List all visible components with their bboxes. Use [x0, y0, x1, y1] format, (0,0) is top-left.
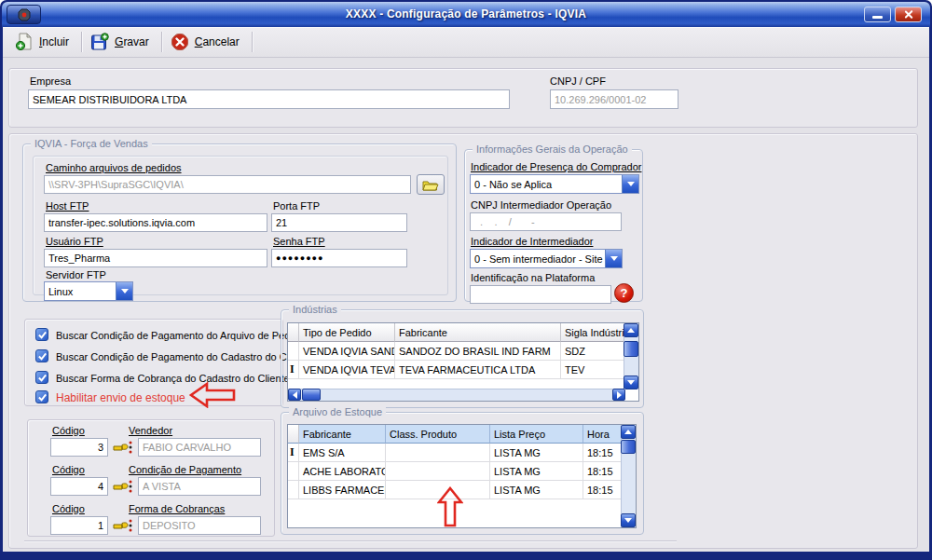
forma-cobrancas-input[interactable]	[138, 516, 261, 535]
close-icon	[903, 9, 913, 20]
servidor-ftp-label: Servidor FTP	[46, 269, 106, 280]
senha-ftp-input[interactable]	[271, 249, 407, 267]
vertical-scrollbar[interactable]	[624, 323, 638, 389]
industrias-grid: Tipo de Pedido Fabricante Sigla Indústri…	[287, 322, 639, 402]
cell-lista-preco: LISTA MG	[490, 444, 583, 462]
cell-tipo-pedido: VENDA IQVIA TEVA	[299, 361, 395, 379]
column-header[interactable]: Tipo de Pedido	[299, 323, 395, 342]
row-indicator	[288, 462, 299, 481]
industrias-legend: Indústrias	[289, 304, 341, 315]
incluir-button[interactable]: Incluir	[10, 30, 77, 54]
vertical-scrollbar[interactable]	[621, 425, 636, 527]
condicao-pagamento-label: Condição de Pagamento	[129, 464, 241, 475]
bottom-divider	[24, 540, 677, 542]
lookup-condicao-button[interactable]	[113, 479, 133, 498]
scroll-up-button[interactable]	[624, 323, 638, 337]
table-row[interactable]: I VENDA IQVIA TEVA TEVA FARMACEUTICA LTD…	[288, 361, 638, 379]
empresa-panel: Empresa CNPJ / CPF	[8, 68, 918, 128]
presenca-comprador-label: Indicador de Presença do Comprador	[471, 161, 641, 172]
presenca-comprador-select[interactable]: 0 - Não se Aplica	[470, 174, 639, 194]
close-button[interactable]	[895, 7, 922, 22]
cell-fabricante: SANDOZ DO BRASIL IND FARM	[395, 342, 561, 361]
cancelar-button[interactable]: Cancelar	[166, 30, 248, 54]
host-ftp-input[interactable]	[44, 213, 267, 232]
cnpj-cpf-input[interactable]	[550, 89, 678, 109]
checkbox-label: Buscar Condição de Pagamento do Cadastro…	[56, 351, 311, 362]
annotation-up-arrow-icon	[437, 486, 463, 527]
main-panel: IQVIA - Força de Vendas Caminho arquivos…	[8, 133, 918, 549]
lookup-hand-icon	[113, 440, 133, 457]
servidor-ftp-select[interactable]: Linux	[44, 281, 133, 301]
plataforma-input[interactable]	[470, 285, 611, 304]
table-row[interactable]: ACHE LABORATORIOS LISTA MG 18:15	[288, 462, 636, 481]
indicador-intermediador-select[interactable]: 0 - Sem intermediador - Site ou	[470, 249, 623, 268]
arquivo-estoque-grid: Fabricante Class. Produto Lista Preço Ho…	[287, 424, 637, 528]
scrollbar-thumb[interactable]	[624, 341, 638, 357]
gravar-button[interactable]: Gravar	[86, 30, 158, 54]
scroll-right-button[interactable]	[612, 389, 625, 401]
usuario-ftp-input[interactable]	[44, 249, 267, 267]
lookup-hand-icon	[113, 518, 133, 535]
scroll-down-button[interactable]	[624, 376, 638, 389]
column-header[interactable]: Fabricante	[299, 425, 386, 444]
lookup-panel: Código Vendedor Código Condição de Pagam…	[27, 419, 275, 537]
column-header[interactable]: Sigla Indústria	[561, 323, 625, 342]
cell-fabricante: EMS S/A	[299, 444, 386, 462]
cell-fabricante: TEVA FARMACEUTICA LTDA	[395, 361, 561, 379]
annotation-left-arrow-icon	[188, 382, 237, 408]
codigo-vendedor-input[interactable]	[50, 438, 108, 457]
minimize-button[interactable]	[864, 7, 891, 22]
checkbox-label: Buscar Condição de Pagamento do Arquivo …	[56, 330, 304, 341]
codigo-condicao-label: Código	[52, 464, 85, 475]
dropdown-arrow-icon[interactable]	[116, 282, 132, 300]
checkbox-buscar-condicao-cadastro[interactable]	[35, 349, 48, 362]
column-header[interactable]: Class. Produto	[386, 425, 490, 444]
lookup-vendedor-button[interactable]	[113, 440, 133, 458]
cnpj-cpf-label: CNPJ / CPF	[550, 75, 606, 87]
scroll-left-button[interactable]	[288, 389, 301, 401]
dropdown-arrow-icon[interactable]	[605, 250, 622, 267]
porta-ftp-label: Porta FTP	[273, 200, 320, 212]
window-title: XXXX - Configuração de Parâmetros - IQVI…	[2, 7, 930, 20]
column-header[interactable]: Lista Preço	[490, 425, 583, 444]
folder-open-icon	[422, 179, 439, 191]
empresa-input[interactable]	[28, 89, 510, 109]
cnpj-intermediador-input[interactable]	[470, 212, 622, 231]
cell-sigla: TEV	[561, 361, 625, 379]
cancelar-label: Cancelar	[195, 35, 240, 48]
dropdown-arrow-icon[interactable]	[622, 175, 638, 193]
lookup-cobranca-button[interactable]	[113, 518, 133, 537]
minimize-icon	[872, 16, 883, 19]
check-icon	[37, 373, 48, 383]
cnpj-intermediador-label: CNPJ Intermediador Operação	[471, 199, 611, 211]
scrollbar-thumb[interactable]	[621, 440, 636, 454]
row-indicator: I	[288, 444, 299, 462]
scroll-up-button[interactable]	[621, 425, 636, 439]
help-button[interactable]: ?	[614, 283, 634, 303]
scroll-down-button[interactable]	[621, 513, 636, 527]
indicador-intermediador-value: 0 - Sem intermediador - Site ou	[471, 250, 605, 267]
codigo-cobranca-input[interactable]	[50, 516, 108, 535]
arquivo-estoque-group: Arquivo de Estoque Fabricante Class. Pro…	[281, 412, 644, 535]
checkbox-habilitar-envio-estoque[interactable]	[35, 390, 48, 403]
info-operacao-group: Informações Gerais da Operação Indicador…	[464, 149, 643, 302]
codigo-condicao-input[interactable]	[50, 477, 108, 496]
horizontal-scrollbar[interactable]	[288, 389, 625, 401]
caminho-input[interactable]	[44, 175, 411, 194]
cancel-circle-icon	[171, 33, 189, 51]
industrias-header-row: Tipo de Pedido Fabricante Sigla Indústri…	[288, 323, 638, 342]
scrollbar-thumb[interactable]	[302, 389, 321, 401]
checkbox-buscar-condicao-arquivo[interactable]	[35, 328, 48, 341]
table-row[interactable]: I EMS S/A LISTA MG 18:15	[288, 444, 636, 462]
servidor-ftp-value: Linux	[45, 282, 116, 300]
info-operacao-legend: Informações Gerais da Operação	[473, 143, 632, 155]
usuario-ftp-label: Usuário FTP	[46, 236, 103, 247]
condicao-pagamento-input[interactable]	[138, 477, 261, 496]
browse-folder-button[interactable]	[417, 174, 445, 195]
porta-ftp-input[interactable]	[271, 213, 407, 232]
table-row[interactable]: VENDA IQVIA SANDOZ SANDOZ DO BRASIL IND …	[288, 342, 638, 361]
checkbox-buscar-forma-cobranca[interactable]	[35, 371, 48, 384]
codigo-vendedor-label: Código	[52, 425, 85, 436]
vendedor-input[interactable]	[138, 438, 261, 457]
column-header[interactable]: Fabricante	[395, 323, 561, 342]
